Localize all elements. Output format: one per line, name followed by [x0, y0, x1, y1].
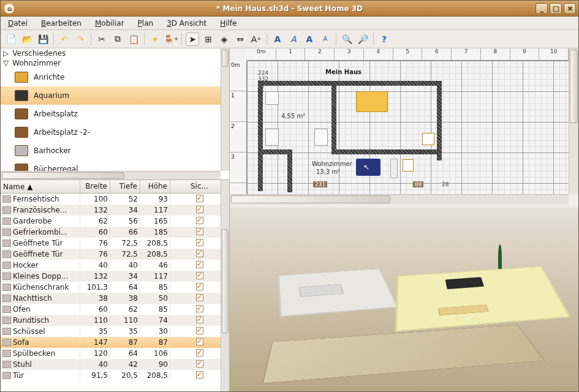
create-text-icon[interactable]: A+: [249, 32, 263, 46]
minimize-button[interactable]: _: [535, 3, 548, 14]
table-row[interactable]: Stuhl404290: [1, 359, 229, 370]
table-header[interactable]: Name ▲ Breite Tiefe Höhe Sic...: [1, 180, 229, 194]
visible-checkbox[interactable]: [196, 272, 203, 279]
visible-checkbox[interactable]: [196, 327, 203, 334]
table-row[interactable]: Garderobe6256165: [1, 216, 229, 227]
menu-help[interactable]: Hilfe: [218, 18, 239, 29]
plan-scrollbar-v[interactable]: [569, 48, 578, 194]
col-depth[interactable]: Tiefe: [110, 180, 140, 193]
text-bold-icon[interactable]: A: [271, 32, 284, 46]
catalog-scrollbar-h[interactable]: [1, 171, 221, 179]
plan-oven-icon[interactable]: [265, 129, 279, 146]
visible-checkbox[interactable]: [196, 294, 203, 301]
close-button[interactable]: ×: [564, 3, 576, 14]
visible-checkbox[interactable]: [196, 371, 203, 379]
text-increase-icon[interactable]: A: [303, 32, 316, 46]
visible-checkbox[interactable]: [196, 195, 203, 202]
table-row[interactable]: Schüssel353530: [1, 326, 229, 337]
paste-icon[interactable]: 📋: [127, 32, 140, 46]
open-file-icon[interactable]: 📂: [20, 32, 34, 46]
table-scrollbar-v[interactable]: [221, 180, 229, 391]
visible-checkbox[interactable]: [196, 228, 203, 235]
menu-plan[interactable]: Plan: [135, 18, 156, 29]
import-furniture-icon[interactable]: 🪑+: [164, 32, 178, 46]
expand-icon[interactable]: ▽: [3, 59, 9, 67]
table-row[interactable]: Französische...13234117: [1, 205, 229, 216]
table-row[interactable]: Gefrierkombi...6066185: [1, 227, 229, 238]
table-row[interactable]: Rundtisch11011074: [1, 315, 229, 326]
catalog-category[interactable]: ▽ Wohnzimmer: [1, 58, 221, 68]
menu-3dview[interactable]: 3D Ansicht: [164, 18, 209, 29]
table-row[interactable]: Fernsehtisch1005293: [1, 194, 229, 205]
help-icon[interactable]: ?: [377, 32, 391, 46]
copy-icon[interactable]: ⧉: [111, 32, 124, 46]
col-name[interactable]: Name ▲: [1, 180, 80, 193]
visible-checkbox[interactable]: [196, 338, 203, 345]
select-tool-icon[interactable]: ➤: [186, 32, 199, 46]
plan-plant-icon[interactable]: [422, 133, 434, 145]
catalog-item[interactable]: Arbeitsplatz: [1, 105, 221, 123]
undo-icon[interactable]: ↶: [58, 32, 71, 46]
catalog-item[interactable]: Bücherregal: [1, 160, 221, 171]
table-row[interactable]: Küchenschrank101,36485: [1, 282, 229, 293]
plan-2d-pane[interactable]: 0m12345678910 0m123 Mein Haus 224 332: [230, 48, 578, 208]
save-file-icon[interactable]: 💾: [36, 32, 50, 46]
plan-scrollbar-h[interactable]: [230, 194, 569, 204]
floorplan-house[interactable]: Mein Haus 224 332 200 4,55 m² Wohnzimmer…: [258, 70, 472, 192]
table-row[interactable]: Spülbecken12064106: [1, 348, 229, 359]
plan-picture-icon[interactable]: [403, 159, 414, 172]
add-furniture-icon[interactable]: ▾: [148, 32, 162, 46]
catalog-item[interactable]: Aquarium: [1, 86, 221, 105]
visible-checkbox[interactable]: [196, 305, 203, 312]
maximize-button[interactable]: □: [550, 3, 562, 14]
create-dimension-icon[interactable]: ⇔: [233, 32, 247, 46]
visible-checkbox[interactable]: [196, 250, 203, 257]
plan-wardrobe-icon[interactable]: [265, 91, 279, 105]
col-height[interactable]: Höhe: [140, 180, 170, 193]
menu-edit[interactable]: Bearbeiten: [39, 18, 84, 29]
catalog-item[interactable]: Arbeitsplatz -2-: [1, 123, 221, 141]
plan-door-icon[interactable]: [390, 159, 398, 178]
col-width[interactable]: Breite: [80, 180, 110, 193]
table-row[interactable]: Nachttisch383850: [1, 293, 229, 304]
table-row[interactable]: Tür91,520,5208,5: [1, 370, 229, 381]
table-row[interactable]: Ofen606285: [1, 304, 229, 315]
table-row[interactable]: Geöffnete Tür7672,5208,5: [1, 249, 229, 260]
menu-furniture[interactable]: Mobiliar: [93, 18, 127, 29]
zoom-in-icon[interactable]: 🔍: [340, 32, 354, 46]
visible-checkbox[interactable]: [196, 239, 203, 246]
menu-file[interactable]: Datei: [6, 18, 30, 29]
visible-checkbox[interactable]: [196, 283, 203, 290]
catalog-scrollbar-v[interactable]: [221, 48, 229, 171]
visible-checkbox[interactable]: [196, 349, 203, 356]
create-wall-icon[interactable]: ⊞: [202, 32, 215, 46]
create-room-icon[interactable]: ◈: [218, 32, 231, 46]
visible-checkbox[interactable]: [196, 316, 203, 323]
catalog-item-label: Bücherregal: [34, 165, 78, 171]
plan-fridge-icon[interactable]: [314, 129, 328, 146]
plan-bed-icon[interactable]: [356, 91, 388, 112]
catalog-item[interactable]: Anrichte: [1, 68, 221, 86]
text-decrease-icon[interactable]: A: [319, 32, 332, 46]
visible-checkbox[interactable]: [196, 217, 203, 224]
redo-icon[interactable]: ↷: [74, 32, 87, 46]
visible-checkbox[interactable]: [196, 360, 203, 368]
visible-checkbox[interactable]: [196, 206, 203, 213]
text-italic-icon[interactable]: A: [287, 32, 300, 46]
zoom-out-icon[interactable]: 🔎: [356, 32, 369, 46]
floor-3d: [263, 325, 545, 383]
table-row[interactable]: Geöffnete Tür7672,5208,5: [1, 238, 229, 249]
catalog-item[interactable]: Barhocker: [1, 141, 221, 160]
table-row[interactable]: Hocker404046: [1, 260, 229, 271]
table-body[interactable]: Fernsehtisch1005293Französische...132341…: [1, 194, 229, 391]
view-3d-pane[interactable]: [230, 208, 578, 391]
cut-icon[interactable]: ✂: [95, 32, 108, 46]
new-file-icon[interactable]: 📄: [4, 32, 18, 46]
title-bar[interactable]: ⌂ * Mein Haus.sh3d - Sweet Home 3D _ □ ×: [1, 1, 578, 17]
catalog-category[interactable]: ▷ Verschiedenes: [1, 48, 221, 58]
table-row[interactable]: Kleines Dopp...13234117: [1, 271, 229, 282]
furniture-catalog[interactable]: ▷ Verschiedenes▽ WohnzimmerAnrichteAquar…: [1, 48, 229, 180]
expand-icon[interactable]: ▷: [3, 49, 9, 58]
table-row[interactable]: Sofa1478787: [1, 337, 229, 348]
visible-checkbox[interactable]: [196, 261, 203, 268]
